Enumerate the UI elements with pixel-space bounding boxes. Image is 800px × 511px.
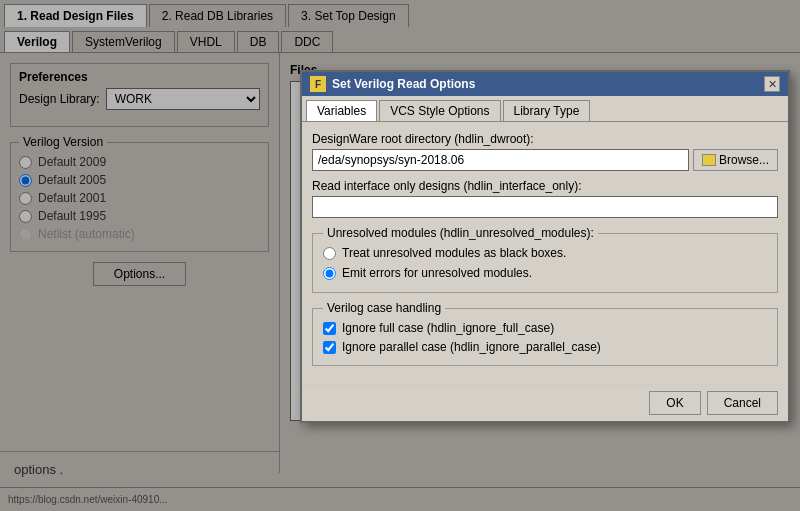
interface-row: Read interface only designs (hdlin_inter… <box>312 179 778 218</box>
radio-blackbox-row: Treat unresolved modules as black boxes. <box>323 246 767 260</box>
case-handling-group: Verilog case handling Ignore full case (… <box>312 301 778 366</box>
radio-errors-label: Emit errors for unresolved modules. <box>342 266 532 280</box>
modal-body: DesignWare root directory (hdlin_dwroot)… <box>302 122 788 384</box>
modal-tab-libtype[interactable]: Library Type <box>503 100 591 121</box>
ignore-full-label: Ignore full case (hdlin_ignore_full_case… <box>342 321 554 335</box>
browse-button-label: Browse... <box>719 153 769 167</box>
radio-errors[interactable] <box>323 267 336 280</box>
modal-titlebar: F Set Verilog Read Options ✕ <box>302 72 788 96</box>
modal-tab-vcs[interactable]: VCS Style Options <box>379 100 500 121</box>
ignore-parallel-label: Ignore parallel case (hdlin_ignore_paral… <box>342 340 601 354</box>
case-handling-legend: Verilog case handling <box>323 301 445 315</box>
ignore-parallel-checkbox[interactable] <box>323 341 336 354</box>
modal-tab-variables[interactable]: Variables <box>306 100 377 121</box>
modal-tabs: Variables VCS Style Options Library Type <box>302 96 788 122</box>
modal-footer: OK Cancel <box>302 384 788 421</box>
modal-dialog: F Set Verilog Read Options ✕ Variables V… <box>300 70 790 423</box>
ignore-parallel-row: Ignore parallel case (hdlin_ignore_paral… <box>323 340 767 354</box>
dw-root-row: DesignWare root directory (hdlin_dwroot)… <box>312 132 778 171</box>
browse-button[interactable]: Browse... <box>693 149 778 171</box>
dw-root-input[interactable] <box>312 149 689 171</box>
browse-icon <box>702 154 716 166</box>
modal-close-button[interactable]: ✕ <box>764 76 780 92</box>
ignore-full-row: Ignore full case (hdlin_ignore_full_case… <box>323 321 767 335</box>
cancel-button[interactable]: Cancel <box>707 391 778 415</box>
interface-input[interactable] <box>312 196 778 218</box>
radio-errors-row: Emit errors for unresolved modules. <box>323 266 767 280</box>
modal-overlay: F Set Verilog Read Options ✕ Variables V… <box>0 0 800 511</box>
radio-blackbox[interactable] <box>323 247 336 260</box>
app-icon: F <box>310 76 326 92</box>
dw-root-label: DesignWare root directory (hdlin_dwroot)… <box>312 132 778 146</box>
modal-title: Set Verilog Read Options <box>332 77 475 91</box>
ignore-full-checkbox[interactable] <box>323 322 336 335</box>
ok-button[interactable]: OK <box>649 391 700 415</box>
unresolved-legend: Unresolved modules (hdlin_unresolved_mod… <box>323 226 598 240</box>
title-left: F Set Verilog Read Options <box>310 76 475 92</box>
radio-blackbox-label: Treat unresolved modules as black boxes. <box>342 246 566 260</box>
dw-root-input-row: Browse... <box>312 149 778 171</box>
unresolved-group: Unresolved modules (hdlin_unresolved_mod… <box>312 226 778 293</box>
interface-label: Read interface only designs (hdlin_inter… <box>312 179 778 193</box>
